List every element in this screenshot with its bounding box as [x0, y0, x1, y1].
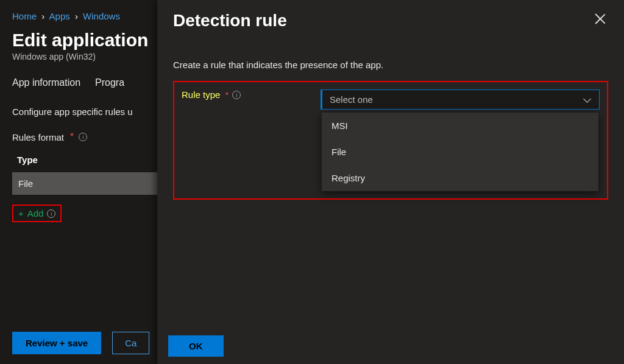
close-icon[interactable]	[592, 11, 608, 27]
breadcrumb-windows[interactable]: Windows	[83, 11, 120, 21]
required-asterisk-icon: *	[225, 89, 229, 100]
tab-app-information[interactable]: App information	[12, 77, 80, 92]
add-label: Add	[27, 208, 44, 219]
ok-button[interactable]: OK	[168, 335, 224, 357]
tab-program[interactable]: Progra	[95, 77, 124, 92]
plus-icon: +	[18, 208, 24, 219]
info-icon[interactable]: i	[47, 209, 55, 218]
rule-type-select[interactable]: Select one	[321, 89, 600, 110]
rule-type-highlight-region: Rule type * i Select one MSI File Regist…	[173, 81, 608, 200]
info-icon[interactable]: i	[232, 91, 241, 99]
panel-description: Create a rule that indicates the presenc…	[173, 60, 608, 70]
rules-format-label: Rules format	[12, 132, 64, 142]
breadcrumb-apps[interactable]: Apps	[49, 11, 70, 21]
breadcrumb-home[interactable]: Home	[12, 11, 37, 21]
chevron-down-icon	[583, 96, 592, 104]
info-icon[interactable]: i	[79, 133, 87, 141]
panel-title: Detection rule	[173, 11, 287, 30]
rule-type-label: Rule type * i	[182, 89, 316, 100]
add-rule-button[interactable]: + Add i	[12, 205, 62, 222]
cancel-button[interactable]: Ca	[112, 332, 149, 354]
dropdown-option-registry[interactable]: Registry	[322, 165, 598, 191]
bottom-action-bar: Review + save Ca	[12, 332, 149, 354]
select-placeholder: Select one	[330, 94, 373, 105]
detection-rule-panel: Detection rule Create a rule that indica…	[157, 0, 624, 364]
dropdown-option-file[interactable]: File	[322, 139, 598, 165]
breadcrumb-sep-icon: ›	[41, 11, 44, 21]
required-asterisk-icon: *	[70, 131, 74, 142]
dropdown-option-msi[interactable]: MSI	[322, 113, 598, 139]
review-save-button[interactable]: Review + save	[12, 332, 101, 354]
breadcrumb-sep-icon: ›	[75, 11, 78, 21]
rule-type-dropdown: MSI File Registry	[322, 113, 598, 191]
